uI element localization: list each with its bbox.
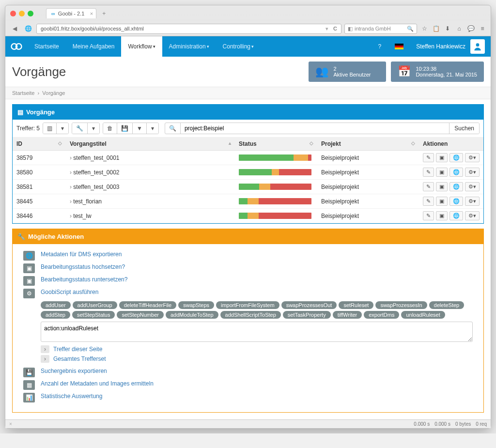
save-disk-button[interactable]: 💾 xyxy=(117,123,133,134)
menu-icon[interactable]: ≡ xyxy=(478,24,487,33)
wrench-dropdown[interactable]: 🔧▾ xyxy=(72,123,100,134)
cell-title[interactable]: › test_florian xyxy=(66,194,235,209)
download-icon[interactable]: ⬇ xyxy=(443,24,452,33)
gear-dropdown[interactable]: ⚙▾ xyxy=(465,153,480,162)
delete-button[interactable]: 🗑 xyxy=(103,123,117,134)
col-title[interactable]: Vorgangstitel▴ xyxy=(66,138,235,151)
flag-de-icon xyxy=(395,44,403,49)
timing-2: 0.000 s xyxy=(434,421,450,427)
script-pill[interactable]: setStepNumber xyxy=(117,311,163,319)
back-icon[interactable]: ◀ xyxy=(9,23,20,34)
globe-icon[interactable]: 🌐 xyxy=(450,197,463,206)
cell-title[interactable]: › steffen_test_0001 xyxy=(66,151,235,165)
reload-icon[interactable]: C xyxy=(333,26,337,31)
edit-icon[interactable]: ✎ xyxy=(423,153,434,162)
help-icon[interactable]: ? xyxy=(371,36,388,57)
logo-icon[interactable] xyxy=(5,40,28,53)
url-field[interactable]: goobi01.fritz.box/goobi/uii/process_all.… xyxy=(36,24,341,34)
script-pill[interactable]: unloadRuleset xyxy=(401,311,445,319)
action-page-hits[interactable]: Treffer dieser Seite xyxy=(53,346,102,353)
script-pill[interactable]: swapSteps xyxy=(178,301,214,309)
action-export-result[interactable]: Suchergebnis exportieren xyxy=(41,368,107,374)
action-run-script[interactable]: GoobiScript ausführen xyxy=(41,289,98,295)
user-menu[interactable]: Steffen Hankiewicz xyxy=(410,39,491,54)
language-flag[interactable] xyxy=(388,36,410,57)
chat-icon[interactable]: 💬 xyxy=(466,24,475,33)
script-pill[interactable]: exportDms xyxy=(364,311,399,319)
action-count-meta[interactable]: Anzahl der Metadaten und Images ermittel… xyxy=(41,380,154,387)
edit-icon[interactable]: ✎ xyxy=(423,182,434,191)
search-icon: 🔍 xyxy=(165,123,181,134)
nav-meine-aufgaben[interactable]: Meine Aufgaben xyxy=(66,36,122,57)
col-id[interactable]: ID◇ xyxy=(13,138,66,151)
script-pill[interactable]: addUserGroup xyxy=(73,301,117,309)
globe-icon[interactable]: 🌐 xyxy=(450,168,463,177)
book-icon[interactable]: ▣ xyxy=(436,168,448,177)
filter-button[interactable]: ▼ xyxy=(133,123,147,134)
col-project[interactable]: Projekt◇ xyxy=(317,138,419,151)
script-pill[interactable]: addShellScriptToStep xyxy=(220,311,281,319)
nav-administration[interactable]: Administration▾ xyxy=(162,36,216,57)
script-pill[interactable]: tiffWriter xyxy=(333,311,362,319)
gear-dropdown[interactable]: ⚙▾ xyxy=(465,182,480,191)
cell-title[interactable]: › steffen_test_0003 xyxy=(66,180,235,194)
action-status-up[interactable]: Bearbeitungsstatus hochsetzen? xyxy=(41,263,125,270)
clipboard-icon[interactable]: 📋 xyxy=(432,24,440,33)
active-users-card[interactable]: 👥 2 Aktive Benutzer xyxy=(309,62,386,82)
script-pill[interactable]: addModuleToStep xyxy=(166,311,218,319)
save-icon: 💾 xyxy=(23,368,35,377)
action-all-hits[interactable]: Gesamtes Trefferset xyxy=(53,355,106,362)
new-tab-icon[interactable]: + xyxy=(102,10,106,17)
browser-tab[interactable]: ∞ Goobi - 2.1 × xyxy=(46,8,96,18)
goobiscript-input[interactable] xyxy=(41,322,473,342)
gear-dropdown[interactable]: ⚙▾ xyxy=(465,168,480,177)
script-pill[interactable]: deleteTiffHeaderFile xyxy=(119,301,176,309)
nav-controlling[interactable]: Controlling▾ xyxy=(216,36,261,57)
script-pill[interactable]: setRuleset xyxy=(339,301,373,309)
nav-workflow[interactable]: Workflow▾ xyxy=(121,36,162,57)
action-export-dms[interactable]: Metadaten für DMS exportieren xyxy=(41,251,122,258)
book-icon[interactable]: ▣ xyxy=(436,182,448,191)
book-icon[interactable]: ▣ xyxy=(436,197,448,206)
globe-icon[interactable]: 🌐 xyxy=(450,182,463,191)
edit-icon[interactable]: ✎ xyxy=(423,168,434,177)
home-icon[interactable]: ⌂ xyxy=(455,24,464,33)
search-button[interactable]: Suchen xyxy=(449,123,479,134)
script-pill[interactable]: setStepStatus xyxy=(72,311,115,319)
script-pill[interactable]: addStep xyxy=(41,311,70,319)
star-icon[interactable]: ☆ xyxy=(420,24,429,33)
maximize-window-icon[interactable] xyxy=(28,11,33,16)
minimize-window-icon[interactable] xyxy=(19,11,25,16)
search-input[interactable] xyxy=(181,123,449,134)
script-pill[interactable]: swapProzessesOut xyxy=(281,301,337,309)
globe-icon[interactable]: 🌐 xyxy=(450,211,463,220)
search-icon[interactable]: 🔍 xyxy=(407,26,414,32)
script-pill[interactable]: addUser xyxy=(41,301,71,309)
script-pill[interactable]: setTaskProperty xyxy=(283,311,331,319)
cell-title[interactable]: › steffen_test_0002 xyxy=(66,165,235,180)
gear-dropdown[interactable]: ⚙▾ xyxy=(465,197,480,206)
close-tab-icon[interactable]: × xyxy=(90,11,93,16)
globe-icon[interactable]: 🌐 xyxy=(450,153,463,162)
nav-startseite[interactable]: Startseite xyxy=(28,36,66,57)
edit-icon[interactable]: ✎ xyxy=(423,197,434,206)
cell-title[interactable]: › test_lw xyxy=(66,209,235,223)
book-icon[interactable]: ▣ xyxy=(436,211,448,220)
breadcrumb-home[interactable]: Startseite xyxy=(12,90,34,96)
col-status[interactable]: Status◇ xyxy=(235,138,317,151)
edit-icon[interactable]: ✎ xyxy=(423,211,434,220)
script-pill[interactable]: importFromFileSystem xyxy=(216,301,279,309)
filter-caret[interactable]: ▾ xyxy=(147,123,158,134)
script-pill[interactable]: swapProzessesIn xyxy=(375,301,427,309)
timing-1: 0.000 s xyxy=(414,421,430,427)
columns-dropdown[interactable]: ▥▾ xyxy=(43,123,69,134)
breadcrumb-current: Vorgänge xyxy=(42,90,65,96)
script-pill[interactable]: deleteStep xyxy=(429,301,465,309)
close-window-icon[interactable] xyxy=(10,11,16,16)
close-footer-icon[interactable]: × xyxy=(9,421,12,427)
action-status-down[interactable]: Bearbeitungsstatus runtersetzen? xyxy=(41,276,127,283)
browser-search[interactable]: ◧ intranda GmbH 🔍 xyxy=(344,24,417,34)
gear-dropdown[interactable]: ⚙▾ xyxy=(465,211,480,220)
book-icon[interactable]: ▣ xyxy=(436,153,448,162)
action-stats[interactable]: Statistische Auswertung xyxy=(41,393,102,400)
